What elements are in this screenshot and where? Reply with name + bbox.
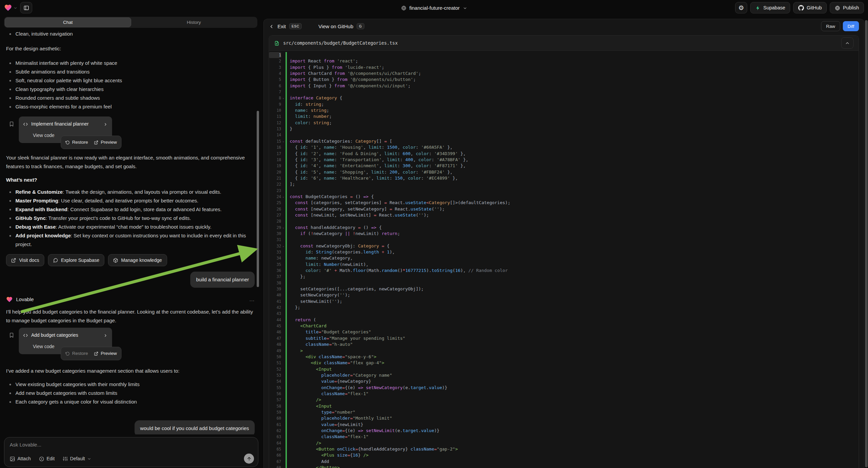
fold-toggle[interactable]: ⌄ xyxy=(281,225,285,231)
fold-toggle[interactable]: ⌄ xyxy=(281,243,285,249)
code-line: 5import { Button } from '@/components/ui… xyxy=(269,77,859,83)
file-plus-icon xyxy=(274,40,279,46)
line-number: 32 xyxy=(269,243,281,249)
user-message: would be cool if you could add budget ca… xyxy=(6,420,255,434)
collapse-file-button[interactable] xyxy=(841,37,854,49)
assistant-heading: What’s next? xyxy=(6,176,255,184)
assistant-header: Lovable... xyxy=(6,295,255,304)
publish-button[interactable]: Publish xyxy=(830,2,864,13)
window-scrollbar[interactable] xyxy=(865,20,868,467)
fold-toggle xyxy=(281,114,285,119)
globe-icon xyxy=(835,5,840,11)
line-number: 19 xyxy=(269,163,281,169)
globe-icon xyxy=(401,5,406,11)
project-switcher[interactable]: financial-future-creator xyxy=(401,0,467,16)
quick-action-chips: Visit docsExplore SupabaseManage knowled… xyxy=(6,254,255,266)
line-number: 8 xyxy=(269,95,281,101)
chevron-up-icon xyxy=(845,40,850,46)
code-line: 6import { Input } from '@/components/ui/… xyxy=(269,83,859,89)
attach-button[interactable]: Attach xyxy=(10,456,31,461)
assistant-paragraph: Your sleek financial planner is now read… xyxy=(6,153,255,171)
assistant-paragraph: I’ve added a new budget categories manag… xyxy=(6,367,255,375)
preview-button[interactable]: Preview xyxy=(94,349,117,358)
chevron-left-icon xyxy=(269,23,274,29)
chevron-right-icon xyxy=(103,122,108,126)
chat-input-box[interactable]: Ask Lovable... Attach Edit Default xyxy=(4,437,258,467)
supabase-button[interactable]: Supabase xyxy=(750,2,790,13)
tab-chat[interactable]: Chat xyxy=(5,18,131,27)
chevron-right-icon xyxy=(103,333,108,338)
preview-button[interactable]: Preview xyxy=(94,138,117,147)
chat-scrollbar[interactable] xyxy=(257,111,259,287)
file-header[interactable]: src/components/budget/BudgetCategories.t… xyxy=(269,36,859,51)
chat-input-placeholder: Ask Lovable... xyxy=(10,442,253,447)
code-line: 62 onChange={(e) => setNewLimit(e.target… xyxy=(269,428,859,434)
code-line: 35 limit: Number(newLimit), xyxy=(269,262,859,268)
code-line: 57 /> xyxy=(269,397,859,403)
line-number: 52 xyxy=(269,366,281,372)
message-menu-button[interactable]: ... xyxy=(249,295,255,304)
list-item: View existing budget categories with the… xyxy=(6,380,255,389)
line-number: 27 xyxy=(269,212,281,218)
line-number: 60 xyxy=(269,415,281,421)
code-line: 26 const [newCategory, setNewCategory] =… xyxy=(269,206,859,212)
diff-button[interactable]: Diff xyxy=(843,21,859,31)
line-number: 45 xyxy=(269,323,281,329)
send-button[interactable] xyxy=(244,454,254,464)
fold-toggle xyxy=(281,268,285,273)
fold-toggle xyxy=(281,304,285,311)
mode-label: Default xyxy=(70,456,85,461)
chip-manage-knowledge[interactable]: Manage knowledge xyxy=(108,254,167,266)
github-icon xyxy=(798,5,804,11)
fold-toggle xyxy=(281,237,285,243)
fold-toggle xyxy=(281,452,285,458)
chip-explore-supabase[interactable]: Explore Supabase xyxy=(48,254,104,266)
fold-toggle[interactable]: ⌄ xyxy=(281,138,285,144)
view-on-github-button[interactable]: View on GitHub xyxy=(318,24,353,29)
edit-button[interactable]: Edit xyxy=(39,456,55,461)
code-line: 48 className="h-auto" xyxy=(269,342,859,348)
fold-toggle xyxy=(281,188,285,194)
chevron-down-icon xyxy=(463,5,467,11)
version-actions: RestorePreview xyxy=(61,347,121,360)
fold-toggle xyxy=(281,298,285,304)
fold-toggle xyxy=(281,292,285,298)
chip-visit-docs[interactable]: Visit docs xyxy=(6,254,44,266)
restore-icon xyxy=(65,351,70,356)
edit-label: Edit xyxy=(46,456,55,461)
chevron-down-icon xyxy=(463,6,467,10)
chat-message-list: Clean, intuitive navigationFor the desig… xyxy=(0,30,261,434)
settings-button[interactable]: ⚙ xyxy=(735,2,747,13)
fold-toggle[interactable]: ⌄ xyxy=(281,194,285,200)
line-number: 1 xyxy=(269,52,281,58)
list-item: Add project knowledge: Set key context o… xyxy=(6,231,255,249)
code-line: 10 name: string; xyxy=(269,108,859,114)
line-number: 68 xyxy=(269,465,281,468)
chevron-down-icon xyxy=(13,5,18,11)
fold-toggle xyxy=(281,169,285,175)
code-line: 61 value={newLimit} xyxy=(269,422,859,428)
toggle-sidebar-button[interactable] xyxy=(20,2,32,13)
restore-button[interactable]: Restore xyxy=(65,138,88,147)
chevron-down-icon xyxy=(13,6,18,10)
esc-shortcut-badge: ESC xyxy=(289,23,302,29)
fold-toggle xyxy=(281,132,285,138)
mode-select[interactable]: Default xyxy=(63,456,91,462)
exit-button[interactable]: Exit xyxy=(277,24,286,29)
code-line: 9 id: string; xyxy=(269,101,859,108)
raw-button[interactable]: Raw xyxy=(821,21,840,31)
list-item: Master Prompting: Use clear, detailed, a… xyxy=(6,196,255,205)
user-message-bubble: build a financial planner xyxy=(190,272,255,288)
tab-history[interactable]: History xyxy=(131,18,257,27)
line-number: 61 xyxy=(269,422,281,428)
code-line: 31 xyxy=(269,237,859,243)
fold-toggle xyxy=(281,459,285,465)
fold-toggle[interactable]: ⌄ xyxy=(281,95,285,101)
bullet-list: Minimalist interface with plenty of whit… xyxy=(6,59,255,111)
code-line: 46 title="Budget Categories" xyxy=(269,329,859,335)
lovable-logo-menu[interactable] xyxy=(4,4,18,12)
github-button[interactable]: GitHub xyxy=(793,2,827,13)
code-editor[interactable]: 12import React from 'react';3import { Pl… xyxy=(269,51,859,468)
restore-button[interactable]: Restore xyxy=(65,349,88,358)
chevron-down-icon xyxy=(87,456,91,461)
